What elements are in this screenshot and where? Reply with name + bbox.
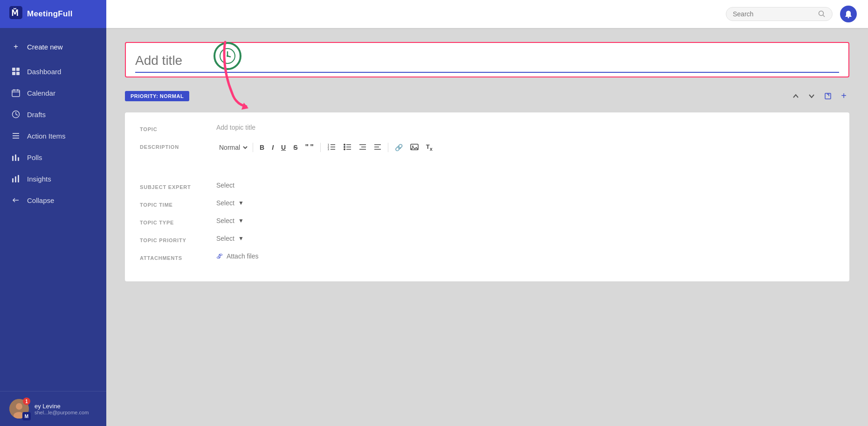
svg-rect-16	[12, 156, 14, 161]
topic-time-select-row: Select ▼	[216, 199, 834, 207]
description-toolbar: Normal B I U S " " 123	[216, 141, 834, 154]
quote-button[interactable]: " "	[302, 141, 316, 154]
svg-point-40	[344, 146, 345, 148]
topic-type-row: TOPIC TYPE Select ▼	[140, 217, 834, 225]
svg-text:3: 3	[328, 148, 329, 150]
user-email: shel...le@purpome.com	[34, 410, 97, 415]
topic-type-select[interactable]: Select	[216, 217, 234, 224]
attach-link[interactable]: Attach files	[227, 252, 258, 260]
sidebar-label-dashboard: Dashboard	[27, 68, 61, 76]
topic-value: Add topic title	[216, 124, 834, 131]
toolbar-divider-1	[253, 143, 253, 152]
svg-rect-21	[18, 175, 19, 182]
insights-icon	[11, 175, 21, 183]
topic-time-select[interactable]: Select	[216, 199, 234, 207]
svg-point-39	[344, 144, 345, 146]
topic-priority-chevron[interactable]: ▼	[238, 235, 244, 242]
sidebar-item-dashboard[interactable]: Dashboard	[0, 61, 106, 82]
topic-priority-row: TOPIC PRIORITY Select ▼	[140, 235, 834, 243]
image-button[interactable]	[407, 142, 421, 154]
svg-point-24	[16, 403, 22, 410]
sidebar-label-create-new: Create new	[27, 43, 63, 51]
chevron-up-button[interactable]	[790, 91, 802, 101]
priority-actions: +	[790, 89, 849, 103]
dashboard-icon	[11, 67, 21, 76]
sidebar-label-calendar: Calendar	[27, 89, 55, 97]
topic-label: TOPIC	[140, 124, 205, 132]
avatar-wrap: 1 M	[9, 399, 29, 419]
title-input[interactable]	[126, 43, 848, 72]
topic-priority-value: Select ▼	[216, 235, 834, 242]
svg-rect-18	[18, 157, 19, 161]
attachments-row: ATTACHMENTS 🖇 Attach files	[140, 252, 834, 261]
unordered-list-button[interactable]	[340, 142, 354, 154]
topic-priority-select[interactable]: Select	[216, 235, 234, 242]
toolbar-divider-3	[388, 143, 388, 152]
svg-point-41	[344, 148, 345, 150]
sidebar-item-calendar[interactable]: Calendar	[0, 82, 106, 104]
toolbar-divider-2	[320, 143, 321, 152]
sidebar-item-polls[interactable]: Polls	[0, 147, 106, 168]
link-button[interactable]: 🔗	[392, 142, 406, 153]
attachments-value: 🖇 Attach files	[216, 252, 834, 260]
user-name: ey Levine	[34, 403, 97, 410]
sidebar: M̆ MeetingFull + Create new Dashboard Ca…	[0, 0, 106, 426]
collapse-icon	[11, 196, 21, 204]
sidebar-item-action-items[interactable]: Action Items	[0, 125, 106, 147]
add-topic-link[interactable]: Add topic title	[216, 124, 255, 131]
outdent-button[interactable]	[356, 142, 369, 154]
action-items-icon	[11, 132, 21, 140]
sidebar-item-insights[interactable]: Insights	[0, 168, 106, 189]
topic-type-value: Select ▼	[216, 217, 834, 224]
sidebar-nav: + Create new Dashboard Calendar Drafts	[0, 28, 106, 391]
title-underline	[135, 72, 839, 73]
description-label: DESCRIPTION	[140, 141, 205, 150]
notification-bell[interactable]	[840, 6, 857, 22]
sidebar-item-create-new[interactable]: + Create new	[0, 33, 106, 61]
sidebar-label-collapse: Collapse	[27, 196, 54, 204]
add-button[interactable]: +	[838, 89, 849, 103]
indent-button[interactable]	[371, 142, 384, 154]
user-profile[interactable]: 1 M ey Levine shel...le@purpome.com	[0, 391, 106, 426]
svg-text:M̆: M̆	[11, 8, 19, 18]
logo-mini-icon: M	[22, 412, 31, 420]
attachments-label: ATTACHMENTS	[140, 252, 205, 261]
topic-priority-select-row: Select ▼	[216, 235, 834, 242]
font-select[interactable]: Normal	[216, 141, 249, 154]
italic-button[interactable]: I	[269, 142, 276, 153]
strikethrough-button[interactable]: S	[290, 142, 300, 153]
topic-type-chevron[interactable]: ▼	[238, 217, 244, 224]
expand-button[interactable]	[821, 91, 834, 102]
plus-icon: +	[11, 42, 21, 51]
sidebar-label-insights: Insights	[27, 175, 51, 183]
underline-button[interactable]: U	[278, 142, 289, 153]
svg-rect-20	[15, 176, 16, 182]
subject-expert-row: SUBJECT EXPERT Select	[140, 182, 834, 190]
clear-format-button[interactable]: Tx	[423, 141, 435, 154]
sidebar-label-drafts: Drafts	[27, 111, 46, 119]
topic-priority-label: TOPIC PRIORITY	[140, 235, 205, 243]
topic-row: TOPIC Add topic title	[140, 124, 834, 132]
title-box	[125, 42, 849, 77]
sidebar-item-drafts[interactable]: Drafts	[0, 104, 106, 125]
bold-button[interactable]: B	[257, 142, 267, 153]
topic-time-row: TOPIC TIME Select ▼	[140, 199, 834, 208]
sidebar-label-action-items: Action Items	[27, 132, 66, 140]
drafts-icon	[11, 110, 21, 119]
subject-expert-label: SUBJECT EXPERT	[140, 182, 205, 190]
svg-rect-17	[15, 154, 16, 161]
search-input[interactable]	[733, 10, 814, 18]
attach-row: 🖇 Attach files	[216, 252, 834, 260]
subject-expert-select[interactable]: Select	[216, 182, 234, 189]
topic-type-select-row: Select ▼	[216, 217, 834, 224]
ordered-list-button[interactable]: 123	[324, 142, 338, 154]
chevron-down-button[interactable]	[806, 91, 818, 101]
sidebar-logo: M̆ MeetingFull	[0, 0, 106, 28]
topic-time-chevron[interactable]: ▼	[238, 200, 244, 206]
priority-row: PRIORITY: NORMAL +	[125, 89, 849, 103]
paperclip-icon: 🖇	[216, 252, 223, 260]
sidebar-item-collapse[interactable]: Collapse	[0, 189, 106, 211]
search-bar[interactable]	[726, 7, 833, 21]
content-area: PRIORITY: NORMAL + TOPIC Add topi	[106, 28, 868, 426]
svg-line-12	[16, 114, 18, 115]
